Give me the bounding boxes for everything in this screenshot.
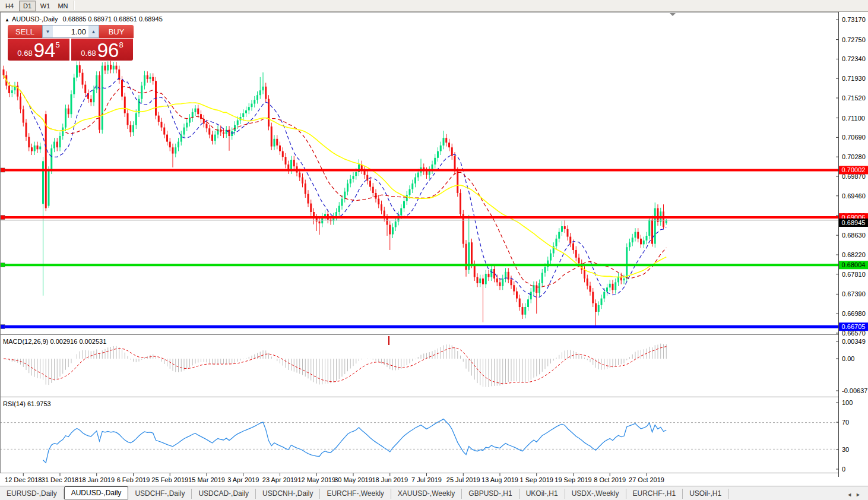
candle (290, 160, 292, 170)
timeframe-button-w1[interactable]: W1 (37, 1, 53, 11)
one-click-trading-panel: SELL ▼ 1.00 ▲ BUY 0.68 94 5 0.68 96 8 (8, 25, 134, 61)
candle (598, 305, 600, 312)
price-chart[interactable]: 0.731700.727500.723400.719300.715200.711… (0, 12, 868, 486)
date-axis-label: 6 Feb 2019 (117, 476, 150, 483)
volume-increase-icon[interactable]: ▲ (88, 26, 99, 37)
chart-tab-usdx-weekly[interactable]: USDX-,Weekly (565, 489, 626, 499)
chart-tab-xauusd-weekly[interactable]: XAUUSD-,Weekly (391, 489, 462, 499)
timeframe-button-mn[interactable]: MN (55, 1, 71, 11)
price-axis-label: 0.70690 (842, 134, 866, 141)
chart-tab-usdcnh-daily[interactable]: USDCNH-,Daily (256, 489, 320, 499)
date-axis-label: 13 Aug 2019 (481, 476, 518, 483)
date-axis-label: 7 Jul 2019 (411, 476, 442, 483)
candle (443, 138, 445, 145)
candle (623, 279, 625, 280)
candle (186, 123, 188, 128)
candle (541, 273, 543, 283)
timeframe-button-h4[interactable]: H4 (1, 1, 18, 11)
date-axis-label: 30 May 2019 (334, 476, 372, 483)
candle (93, 90, 95, 103)
candle (530, 292, 532, 299)
date-axis-label: 19 Sep 2019 (555, 476, 591, 483)
candle (575, 250, 577, 258)
candle (214, 135, 216, 141)
candle (572, 243, 574, 250)
candle (538, 283, 540, 293)
chart-tab-usdchf-daily[interactable]: USDCHF-,Daily (128, 489, 192, 499)
date-axis-label: 1 Sep 2019 (520, 476, 553, 483)
volume-decrease-icon[interactable]: ▼ (43, 26, 53, 37)
candle (587, 279, 588, 286)
timeframe-button-d1[interactable]: D1 (19, 1, 36, 11)
buy-price-prefix: 0.68 (81, 49, 96, 58)
candle (347, 183, 349, 192)
candle (516, 292, 518, 299)
price-axis-label: 0.68220 (842, 251, 866, 258)
candle (640, 239, 642, 245)
candle (121, 80, 123, 97)
candle (629, 242, 631, 247)
chart-tab-eurchf-weekly[interactable]: EURCHF-,Weekly (320, 489, 391, 499)
candle (584, 270, 585, 279)
candle (527, 299, 529, 307)
chart-tab-usdcad-daily[interactable]: USDCAD-,Daily (192, 489, 256, 499)
candle (305, 183, 306, 194)
chart-tab-eurusd-daily[interactable]: EURUSD-,Daily (0, 489, 64, 499)
candle (355, 172, 357, 176)
tab-scroll-arrows[interactable]: ◄► (847, 492, 868, 498)
price-axis-label: 0.71520 (842, 94, 866, 102)
chart-tab-bar: EURUSD-,DailyAUDUSD-,DailyUSDCHF-,DailyU… (0, 486, 868, 500)
price-axis-label: 0.67810 (842, 271, 866, 278)
sell-price-display[interactable]: 0.68 94 5 (8, 39, 69, 61)
candle (457, 171, 458, 193)
candle (648, 220, 650, 236)
date-axis-label: 27 Oct 2019 (629, 476, 664, 483)
candle (319, 221, 321, 223)
date-axis-label: 12 May 2019 (297, 476, 335, 483)
candle (37, 145, 39, 149)
chart-tab-usoil-h1[interactable]: USOil-,H1 (683, 489, 728, 499)
candle (285, 157, 287, 164)
date-axis-label: 23 Apr 2019 (262, 476, 297, 483)
candle (3, 69, 5, 75)
chart-tab-eurchf-h1[interactable]: EURCHF-,H1 (626, 489, 683, 499)
candle (567, 229, 569, 237)
date-axis-label: 12 Dec 2018 (5, 476, 42, 483)
buy-button[interactable]: BUY (99, 25, 134, 38)
volume-stepper: ▼ 1.00 ▲ (42, 25, 99, 38)
candle (20, 97, 21, 110)
sell-button[interactable]: SELL (8, 25, 42, 38)
price-tag-label: 0.70002 (842, 166, 866, 173)
candle (417, 173, 419, 178)
macd-axis-label: -0.00637 (842, 387, 867, 394)
macd-axis-label: 0.00349 (842, 338, 866, 345)
candle (175, 147, 176, 153)
candle (211, 135, 213, 141)
candle (251, 104, 253, 107)
candle (256, 95, 258, 100)
candle (8, 86, 10, 93)
buy-price-display[interactable]: 0.68 96 8 (71, 39, 133, 61)
candle (310, 204, 312, 212)
candle (79, 65, 81, 73)
price-axis-label: 0.71100 (842, 115, 865, 122)
collapse-icon[interactable]: ▲ (5, 17, 9, 23)
ohlc-readout: 0.68885 0.68971 0.68851 0.68945 (63, 15, 163, 23)
chart-tab-ukoil-h1[interactable]: UKOil-,H1 (519, 489, 565, 499)
volume-input[interactable]: 1.00 (53, 26, 88, 37)
candle (387, 218, 388, 225)
candle (99, 75, 100, 130)
chart-tab-audusd-daily[interactable]: AUDUSD-,Daily (64, 486, 129, 499)
chart-tab-gbpusd-h1[interactable]: GBPUSD-,H1 (462, 489, 519, 499)
candle (338, 206, 340, 212)
candle (102, 66, 103, 130)
candle (26, 123, 27, 137)
candle (48, 170, 50, 206)
rsi-axis-label: 0 (842, 466, 845, 473)
candle (471, 242, 473, 264)
symbol-period-label: AUDUSD-,Daily (12, 15, 58, 23)
candle (544, 267, 546, 273)
candle (578, 258, 580, 264)
candle (84, 85, 86, 93)
candle (366, 175, 368, 181)
